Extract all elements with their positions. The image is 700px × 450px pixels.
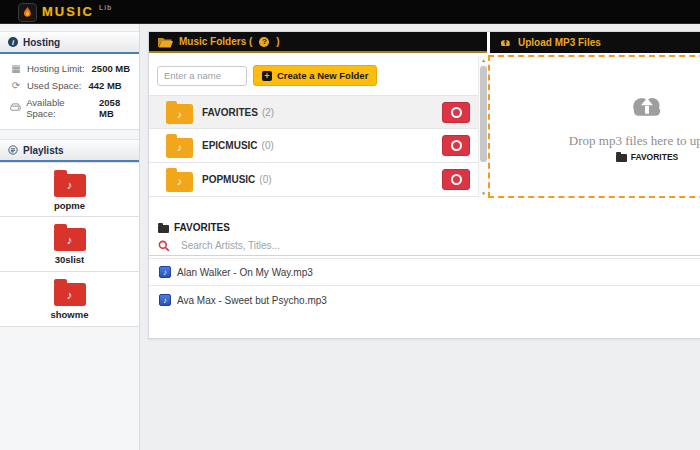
brand-suffix: Lib bbox=[99, 4, 113, 11]
mp3-file-icon: ♪ bbox=[159, 294, 171, 306]
info-icon: i bbox=[8, 37, 18, 47]
folder-count: (0) bbox=[259, 174, 271, 185]
drop-target-folder-name: FAVORITES bbox=[631, 152, 679, 162]
playlist-item-popme[interactable]: ♪ popme bbox=[0, 162, 139, 217]
available-space-row: Available Space: 2058 MB bbox=[0, 94, 139, 122]
files-section-header: FAVORITES bbox=[158, 222, 230, 233]
folder-name: POPMUSIC bbox=[202, 174, 255, 185]
folder-row-popmusic[interactable]: ♪ POPMUSIC (0) bbox=[149, 163, 479, 197]
scroll-up-icon[interactable]: ▴ bbox=[482, 56, 485, 65]
playlist-icon bbox=[8, 145, 18, 155]
folder-name: EPICMUSIC bbox=[202, 140, 258, 151]
folder-icon bbox=[616, 154, 627, 162]
file-row[interactable]: ♪ Ava Max - Sweet but Psycho.mp3 bbox=[149, 286, 700, 314]
hosting-stats-list: ▦ Hosting Limit: 2500 MB ⟳ Used Space: 4… bbox=[0, 54, 139, 130]
file-list: ♪ Alan Walker - On My Way.mp3 ♪ Ava Max … bbox=[149, 258, 700, 314]
remove-icon bbox=[451, 174, 462, 185]
open-folder-icon bbox=[158, 37, 173, 48]
sidebar: i Hosting ▦ Hosting Limit: 2500 MB ⟳ Use… bbox=[0, 24, 140, 450]
help-question-icon[interactable]: ? bbox=[259, 37, 269, 47]
folder-count: (2) bbox=[262, 107, 274, 118]
top-navbar: MUSIC Lib bbox=[0, 0, 700, 24]
upload-mp3-header: Upload MP3 Files bbox=[490, 32, 700, 53]
create-folder-button[interactable]: + Create a New Folder bbox=[253, 65, 377, 86]
folders-scrollbar[interactable]: ▴ ▾ bbox=[478, 56, 488, 198]
file-name: Alan Walker - On My Way.mp3 bbox=[177, 267, 313, 278]
available-space-value: 2058 MB bbox=[99, 97, 135, 119]
music-folders-title: Music Folders ( bbox=[179, 36, 252, 47]
folder-icon bbox=[158, 225, 169, 233]
hosting-section: i Hosting ▦ Hosting Limit: 2500 MB ⟳ Use… bbox=[0, 31, 139, 130]
red-music-folder-icon: ♪ bbox=[54, 174, 86, 197]
used-space-row: ⟳ Used Space: 442 MB bbox=[0, 77, 139, 94]
yellow-music-folder-icon: ♪ bbox=[166, 104, 193, 124]
upload-mp3-title: Upload MP3 Files bbox=[518, 37, 601, 48]
mp3-file-icon: ♪ bbox=[159, 266, 171, 278]
flame-logo-icon bbox=[18, 3, 37, 22]
playlist-name: popme bbox=[54, 200, 85, 211]
hosting-limit-row: ▦ Hosting Limit: 2500 MB bbox=[0, 60, 139, 77]
upload-cloud-icon bbox=[499, 38, 512, 48]
scroll-down-icon[interactable]: ▾ bbox=[482, 189, 485, 198]
files-search-bar bbox=[149, 236, 700, 256]
main-content-card: Music Folders (?) Upload MP3 Files + Cre… bbox=[148, 31, 700, 339]
brand-name: MUSIC bbox=[42, 2, 94, 21]
folder-row-epicmusic[interactable]: ♪ EPICMUSIC (0) bbox=[149, 129, 479, 163]
music-folder-list: ♪ FAVORITES (2) ♪ EPICMUSIC (0) ♪ POPMUS… bbox=[149, 95, 479, 197]
playlist-name: showme bbox=[50, 309, 88, 320]
plus-icon: + bbox=[262, 71, 272, 81]
files-section-title: FAVORITES bbox=[174, 222, 230, 233]
red-music-folder-icon: ♪ bbox=[54, 228, 86, 251]
hosting-limit-value: 2500 MB bbox=[92, 63, 131, 74]
search-icon bbox=[149, 240, 179, 252]
table-grid-icon: ▦ bbox=[10, 64, 22, 74]
hosting-header: i Hosting bbox=[0, 31, 139, 54]
create-folder-label: Create a New Folder bbox=[277, 70, 368, 81]
playlist-item-30slist[interactable]: ♪ 30slist bbox=[0, 217, 139, 272]
used-space-label: Used Space: bbox=[27, 80, 81, 91]
folder-row-favorites[interactable]: ♪ FAVORITES (2) bbox=[149, 95, 479, 129]
folder-count: (0) bbox=[262, 140, 274, 151]
music-note-glyph: ♪ bbox=[67, 234, 73, 246]
mp3-dropzone[interactable]: Drop mp3 files here to upload FAVORITES bbox=[488, 55, 700, 198]
music-note-glyph: ♪ bbox=[163, 268, 167, 277]
create-folder-form: + Create a New Folder bbox=[157, 65, 377, 86]
playlist-name: 30slist bbox=[55, 254, 85, 265]
remove-icon bbox=[451, 107, 462, 118]
hosting-title: Hosting bbox=[23, 37, 60, 48]
delete-folder-button[interactable] bbox=[442, 102, 470, 123]
music-note-glyph: ♪ bbox=[177, 176, 182, 187]
file-row[interactable]: ♪ Alan Walker - On My Way.mp3 bbox=[149, 258, 700, 286]
available-space-label: Available Space: bbox=[26, 97, 92, 119]
playlists-header: Playlists bbox=[0, 139, 139, 162]
playlists-title: Playlists bbox=[23, 145, 64, 156]
red-music-folder-icon: ♪ bbox=[54, 283, 86, 306]
file-name: Ava Max - Sweet but Psycho.mp3 bbox=[177, 295, 327, 306]
yellow-music-folder-icon: ♪ bbox=[166, 172, 193, 192]
music-note-glyph: ♪ bbox=[177, 142, 182, 153]
remove-icon bbox=[451, 140, 462, 151]
drop-target-folder: FAVORITES bbox=[616, 152, 679, 162]
refresh-icon: ⟳ bbox=[10, 81, 22, 91]
folder-name-input[interactable] bbox=[157, 66, 247, 86]
music-note-glyph: ♪ bbox=[163, 296, 167, 305]
playlist-item-showme[interactable]: ♪ showme bbox=[0, 272, 139, 327]
scrollbar-thumb[interactable] bbox=[480, 66, 487, 162]
delete-folder-button[interactable] bbox=[442, 135, 470, 156]
used-space-value: 442 MB bbox=[88, 80, 121, 91]
hard-drive-icon bbox=[10, 103, 21, 114]
drop-instruction-text: Drop mp3 files here to upload bbox=[569, 133, 700, 149]
app-logo[interactable]: MUSIC Lib bbox=[18, 2, 112, 22]
upload-cloud-big-icon bbox=[627, 92, 667, 121]
music-folders-title-suffix: ) bbox=[276, 36, 279, 47]
music-note-glyph: ♪ bbox=[67, 289, 73, 301]
folder-name: FAVORITES bbox=[202, 107, 258, 118]
search-input[interactable] bbox=[179, 237, 700, 255]
delete-folder-button[interactable] bbox=[442, 169, 470, 190]
yellow-music-folder-icon: ♪ bbox=[166, 138, 193, 158]
music-folders-header: Music Folders (?) bbox=[149, 32, 487, 53]
music-note-glyph: ♪ bbox=[67, 179, 73, 191]
hosting-limit-label: Hosting Limit: bbox=[27, 63, 85, 74]
music-note-glyph: ♪ bbox=[177, 109, 182, 120]
